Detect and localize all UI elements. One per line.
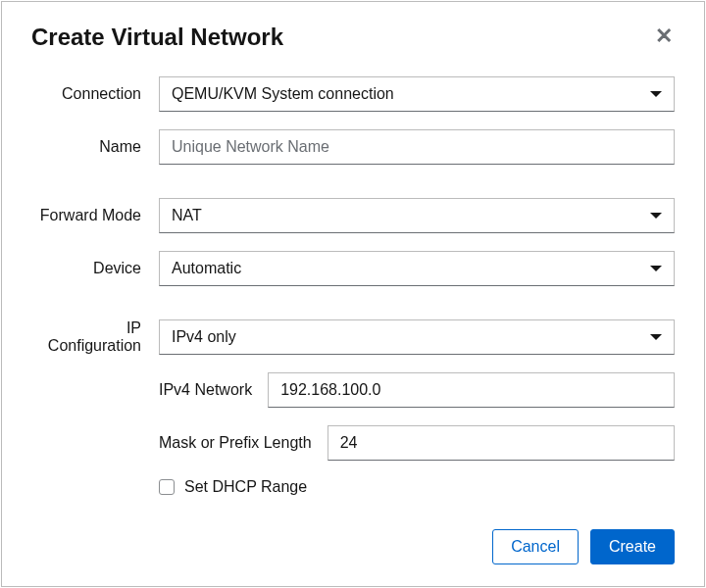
ip-configuration-select[interactable]: IPv4 only <box>159 319 675 355</box>
ipv4-network-row: IPv4 Network <box>31 372 675 408</box>
chevron-down-icon <box>650 91 662 97</box>
chevron-down-icon <box>650 266 662 271</box>
mask-prefix-input[interactable] <box>328 425 675 461</box>
forward-mode-select[interactable]: NAT <box>159 198 675 233</box>
ip-configuration-row: IP Configuration IPv4 only <box>31 319 675 355</box>
dhcp-label: Set DHCP Range <box>184 478 307 496</box>
ip-configuration-value: IPv4 only <box>172 328 236 346</box>
forward-mode-label: Forward Mode <box>31 207 159 224</box>
chevron-down-icon <box>650 213 662 219</box>
ipv4-network-label: IPv4 Network <box>159 381 268 399</box>
ipv4-network-input[interactable] <box>268 372 675 408</box>
connection-label: Connection <box>31 85 159 103</box>
mask-prefix-label: Mask or Prefix Length <box>159 434 328 452</box>
forward-mode-value: NAT <box>172 207 202 224</box>
dhcp-checkbox[interactable] <box>159 479 175 495</box>
connection-value: QEMU/KVM System connection <box>172 85 394 103</box>
dialog-title: Create Virtual Network <box>31 24 283 51</box>
create-virtual-network-dialog: Create Virtual Network ✕ Connection QEMU… <box>1 1 705 587</box>
chevron-down-icon <box>650 334 662 340</box>
device-label: Device <box>31 260 159 277</box>
name-row: Name <box>31 129 675 165</box>
close-icon[interactable]: ✕ <box>653 24 675 49</box>
connection-select[interactable]: QEMU/KVM System connection <box>159 76 675 112</box>
cancel-button[interactable]: Cancel <box>492 529 579 564</box>
device-select[interactable]: Automatic <box>159 251 675 286</box>
dialog-header: Create Virtual Network ✕ <box>31 24 675 51</box>
forward-mode-row: Forward Mode NAT <box>31 198 675 233</box>
form-body: Connection QEMU/KVM System connection Na… <box>31 76 675 496</box>
dialog-footer: Cancel Create <box>31 510 675 564</box>
name-input[interactable] <box>159 129 675 165</box>
device-value: Automatic <box>172 260 241 277</box>
create-button[interactable]: Create <box>590 529 675 564</box>
dhcp-range-row: Set DHCP Range <box>31 478 675 496</box>
device-row: Device Automatic <box>31 251 675 286</box>
connection-row: Connection QEMU/KVM System connection <box>31 76 675 112</box>
mask-prefix-row: Mask or Prefix Length <box>31 425 675 461</box>
name-label: Name <box>31 138 159 156</box>
ip-configuration-label: IP Configuration <box>31 319 159 355</box>
